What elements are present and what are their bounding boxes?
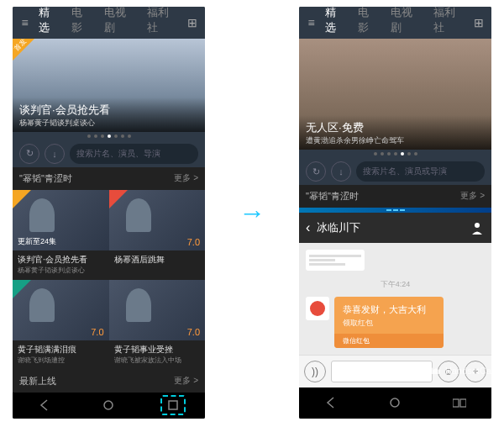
- chat-contact: 冰临川下: [310, 220, 470, 235]
- history-icon[interactable]: ↻: [19, 144, 39, 164]
- hero-title: 无人区·免费: [306, 120, 485, 135]
- hero-title: 谈判官·会员抢先看: [19, 103, 198, 118]
- download-icon[interactable]: ↓: [45, 144, 65, 164]
- badge-icon: [13, 190, 31, 208]
- card-subtitle: 谢晓飞被家族法入中场: [114, 356, 201, 365]
- message-row: 恭喜发财，大吉大利 领取红包 微信红包: [306, 297, 485, 348]
- hero-subtitle: 遭黄渤追杀余男徐峥亡命驾车: [306, 135, 485, 146]
- hero-banner[interactable]: 无人区·免费 遭黄渤追杀余男徐峥亡命驾车: [299, 39, 491, 150]
- more-link[interactable]: 更多 >: [174, 172, 198, 185]
- card-title: 黄子韬事业受挫: [114, 344, 201, 356]
- top-nav: ≡ 精选 电影 电视剧 福利社 ⊞: [13, 7, 205, 39]
- system-navbar: [13, 393, 205, 419]
- history-icon[interactable]: ↻: [306, 161, 326, 182]
- back-button[interactable]: [32, 395, 57, 415]
- svg-point-2: [475, 223, 480, 228]
- video-card[interactable]: 7.0 杨幂酒后跳舞: [109, 190, 206, 280]
- back-button[interactable]: [318, 393, 344, 413]
- tab-featured[interactable]: 精选: [39, 7, 60, 40]
- toolbar: ↻ ↓ 搜索片名、演员或导演: [299, 158, 491, 185]
- home-button[interactable]: [96, 395, 121, 415]
- watermark-text: HandsetCat: [445, 366, 494, 376]
- tab-welfare[interactable]: 福利社: [433, 7, 465, 40]
- search-input[interactable]: 搜索片名、演员、导演: [70, 144, 198, 164]
- download-icon[interactable]: ↓: [331, 161, 351, 182]
- svg-rect-1: [169, 401, 177, 409]
- video-card[interactable]: 更新至24集 谈判官·会员抢先看杨幂黄子韬谈判桌谈心: [13, 190, 109, 280]
- video-grid: 更新至24集 谈判官·会员抢先看杨幂黄子韬谈判桌谈心 7.0 杨幂酒后跳舞 7.…: [13, 190, 205, 370]
- tab-featured[interactable]: 精选: [325, 7, 346, 40]
- section-header: "幂韬"青涩时 更多 >: [13, 167, 205, 190]
- svg-rect-5: [460, 399, 466, 407]
- section-title: "幂韬"青涩时: [306, 190, 359, 203]
- hero-caption: 谈判官·会员抢先看 杨幂黄子韬谈判桌谈心: [13, 98, 205, 132]
- carousel-dots: [299, 150, 491, 158]
- hero-subtitle: 杨幂黄子韬谈判桌谈心: [19, 118, 198, 129]
- nav-tabs: 精选 电影 电视剧 福利社: [39, 7, 178, 40]
- rating-label: 7.0: [187, 327, 200, 337]
- top-nav: ≡ 精选 电影 电视剧 福利社 ⊞: [299, 7, 491, 39]
- phone-left: ≡ 精选 电影 电视剧 福利社 ⊞ 首发 谈判官·会员抢先看 杨幂黄子韬谈判桌谈…: [13, 7, 205, 419]
- system-navbar: [299, 387, 491, 419]
- svg-point-3: [391, 398, 399, 407]
- hero-caption: 无人区·免费 遭黄渤追杀余男徐峥亡命驾车: [299, 115, 491, 150]
- episode-label: 更新至24集: [18, 236, 56, 247]
- tab-movies[interactable]: 电影: [71, 7, 92, 40]
- qr-icon[interactable]: ⊞: [184, 16, 202, 29]
- rating-label: 7.0: [187, 237, 200, 247]
- nav-tabs: 精选 电影 电视剧 福利社: [325, 7, 465, 40]
- tab-tv[interactable]: 电视剧: [104, 7, 135, 40]
- redpack-title: 恭喜发财，大吉大利: [343, 303, 435, 316]
- more-link[interactable]: 更多 >: [460, 190, 485, 203]
- chat-body[interactable]: 下午4:24 恭喜发财，大吉大利 领取红包 微信红包: [299, 243, 491, 355]
- qr-icon[interactable]: ⊞: [470, 16, 488, 29]
- chat-timestamp: 下午4:24: [306, 279, 485, 290]
- card-title: 黄子韬满满泪痕: [18, 344, 104, 356]
- voice-icon[interactable]: )): [304, 361, 326, 382]
- section-header-latest: 最新上线 更多 >: [13, 370, 205, 393]
- phone-right: ≡ 精选 电影 电视剧 福利社 ⊞ 无人区·免费 遭黄渤追杀余男徐峥亡命驾车 ↻…: [299, 7, 491, 419]
- hero-banner[interactable]: 首发 谈判官·会员抢先看 杨幂黄子韬谈判桌谈心: [13, 39, 205, 132]
- message-input[interactable]: [331, 361, 433, 382]
- menu-icon[interactable]: ≡: [302, 16, 320, 29]
- avatar[interactable]: [306, 297, 329, 320]
- rating-label: 7.0: [91, 327, 103, 337]
- home-button[interactable]: [382, 393, 407, 413]
- card-title: 谈判官·会员抢先看: [18, 254, 104, 266]
- card-subtitle: 谢晓飞到场遭控: [18, 356, 104, 365]
- profile-icon[interactable]: [470, 220, 485, 235]
- search-input[interactable]: 搜索片名、演员或导演: [356, 161, 485, 182]
- watermark: HandsetCat: [430, 365, 494, 377]
- tab-movies[interactable]: 电影: [358, 7, 379, 40]
- arrow-icon: →: [239, 198, 265, 229]
- section-header: "幂韬"青涩时 更多 >: [299, 185, 491, 208]
- badge-icon: [109, 190, 128, 208]
- tab-welfare[interactable]: 福利社: [147, 7, 178, 40]
- card-title: 杨幂酒后跳舞: [114, 254, 201, 266]
- cat-icon: [430, 365, 442, 377]
- link-card[interactable]: [306, 250, 365, 271]
- redpack-sub: 领取红包: [343, 318, 435, 329]
- svg-point-0: [104, 401, 113, 409]
- menu-icon[interactable]: ≡: [16, 16, 34, 29]
- recents-button[interactable]: [447, 393, 472, 413]
- badge-icon: [13, 280, 31, 298]
- section-title: "幂韬"青涩时: [19, 172, 72, 185]
- svg-rect-4: [453, 399, 459, 407]
- video-card[interactable]: 7.0 黄子韬事业受挫谢晓飞被家族法入中场: [109, 280, 206, 370]
- section-title: 最新上线: [19, 375, 56, 387]
- red-packet[interactable]: 恭喜发财，大吉大利 领取红包 微信红包: [334, 297, 444, 348]
- card-subtitle: 杨幂黄子韬谈判桌谈心: [18, 266, 104, 275]
- chat-header: ‹ 冰临川下: [299, 213, 491, 242]
- tab-tv[interactable]: 电视剧: [391, 7, 422, 40]
- video-card[interactable]: 7.0 黄子韬满满泪痕谢晓飞到场遭控: [13, 280, 109, 370]
- carousel-dots: [13, 132, 205, 140]
- more-link[interactable]: 更多 >: [174, 375, 198, 387]
- toolbar: ↻ ↓ 搜索片名、演员、导演: [13, 140, 205, 167]
- redpack-foot: 微信红包: [334, 334, 444, 348]
- recents-button[interactable]: [160, 395, 186, 415]
